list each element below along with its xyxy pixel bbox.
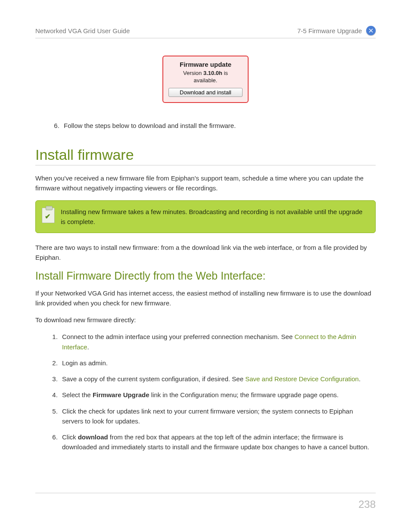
save-restore-config-link[interactable]: Save and Restore Device Configuration xyxy=(245,375,358,383)
continuation-step-list: Follow the steps below to download and i… xyxy=(61,122,376,129)
install-steps-list: Connect to the admin interface using you… xyxy=(59,332,376,452)
intro-paragraph: When you've received a new firmware file… xyxy=(35,173,376,193)
header-right: 7-5 Firmware Upgrade xyxy=(297,26,376,35)
firmware-update-title: Firmware update xyxy=(168,61,243,68)
note-text: Installing new firmware takes a few minu… xyxy=(61,207,367,227)
web-interface-intro: If your Networked VGA Grid has internet … xyxy=(35,288,376,308)
step-4: Select the Firmware Upgrade link in the … xyxy=(59,390,376,400)
firmware-version-number: 3.10.0h xyxy=(203,70,222,76)
install-web-interface-subheading: Install Firmware Directly from the Web I… xyxy=(35,270,376,282)
install-firmware-heading: Install firmware xyxy=(35,146,376,165)
firmware-version-line: Version 3.10.0h is xyxy=(168,70,243,76)
download-install-button[interactable]: Download and install xyxy=(168,88,243,97)
step-6: Click download from the red box that app… xyxy=(59,432,376,452)
firmware-update-box: Firmware update Version 3.10.0h is avail… xyxy=(162,56,249,103)
page-header: Networked VGA Grid User Guide 7-5 Firmwa… xyxy=(35,26,376,38)
page-number: 238 xyxy=(358,498,376,510)
two-ways-paragraph: There are two ways to install new firmwa… xyxy=(35,243,376,263)
step-6-followup: Follow the steps below to download and i… xyxy=(61,122,376,129)
download-bold: download xyxy=(78,433,108,441)
step-2: Login as admin. xyxy=(59,358,376,368)
clipboard-check-icon xyxy=(42,208,55,223)
header-left: Networked VGA Grid User Guide xyxy=(35,27,130,34)
firmware-upgrade-bold: Firmware Upgrade xyxy=(93,391,149,398)
step-3: Save a copy of the current system config… xyxy=(59,374,376,384)
note-callout: Installing new firmware takes a few minu… xyxy=(35,200,376,233)
tools-icon xyxy=(366,26,376,35)
header-section: 7-5 Firmware Upgrade xyxy=(297,27,362,34)
step-5: Click the check for updates link next to… xyxy=(59,406,376,426)
step-1: Connect to the admin interface using you… xyxy=(59,332,376,352)
download-directly-lead: To download new firmware directly: xyxy=(35,315,376,325)
footer-rule xyxy=(35,493,376,493)
firmware-available-text: available. xyxy=(168,77,243,84)
